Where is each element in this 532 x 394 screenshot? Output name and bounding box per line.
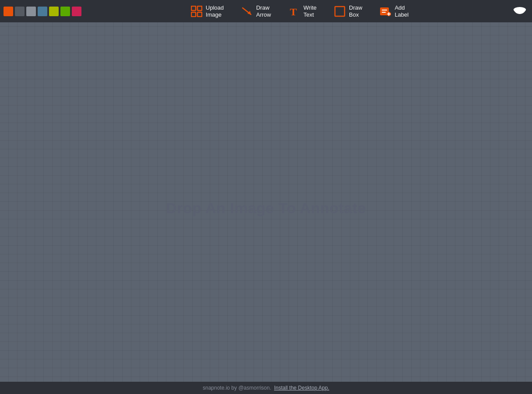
svg-text:T: T [290,6,297,17]
write-text-label: Write Text [303,4,317,18]
swatch-light-gray[interactable] [26,7,36,16]
swatch-dark-gray[interactable] [15,7,25,16]
draw-box-label: Draw Box [349,4,362,18]
toolbar-tools: Upload Image Draw Arrow T [88,2,511,21]
swatch-blue-gray[interactable] [38,7,47,16]
canvas-area[interactable]: Drop An Image To Annotate [0,22,532,394]
add-label-icon [380,6,391,17]
draw-box-button[interactable]: Draw Box [325,2,371,21]
svg-point-14 [514,7,526,12]
svg-rect-1 [197,6,202,11]
write-text-button[interactable]: T Write Text [280,2,325,21]
upload-image-label: Upload Image [206,4,224,18]
footer-text: snapnote.io by @asmorrison. Install the … [203,385,329,391]
draw-box-icon [334,6,345,17]
drop-text: Drop An Image To Annotate [166,200,366,217]
footer: snapnote.io by @asmorrison. Install the … [0,382,532,394]
upload-image-button[interactable]: Upload Image [182,2,233,21]
swatch-orange[interactable] [4,7,13,16]
draw-arrow-label: Draw Arrow [256,4,271,18]
svg-rect-7 [335,7,345,16]
add-label-label: Add Label [395,4,409,18]
svg-rect-3 [197,12,202,17]
swatch-yellow-green[interactable] [49,7,59,16]
draw-arrow-button[interactable]: Draw Arrow [233,2,280,21]
footer-install-link[interactable]: Install the Desktop App. [274,385,329,391]
save-icon [513,5,527,18]
write-text-icon: T [289,6,300,17]
upload-image-icon [191,6,202,17]
toolbar: Upload Image Draw Arrow T [0,0,532,22]
save-button[interactable] [511,3,528,20]
draw-arrow-icon [241,6,253,17]
color-swatches [4,7,81,16]
svg-rect-2 [191,12,196,17]
svg-rect-0 [191,6,196,11]
add-label-button[interactable]: Add Label [371,2,417,21]
swatch-pink-red[interactable] [72,7,81,16]
swatch-green[interactable] [60,7,70,16]
